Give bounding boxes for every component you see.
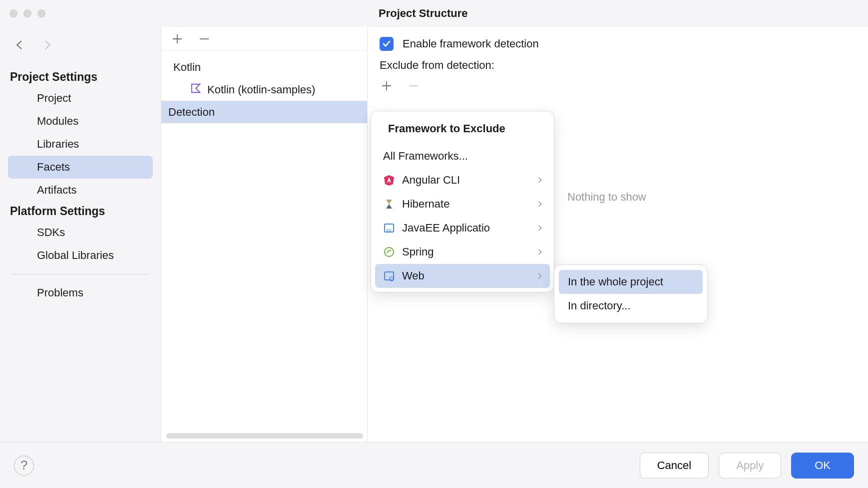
chevron-right-icon [537,174,543,187]
add-facet-button[interactable] [170,32,184,46]
chevron-right-icon [537,198,543,211]
framework-exclude-popup: Framework to Exclude All Frameworks... A… [371,111,554,292]
popup-item-label: All Frameworks... [383,150,468,163]
section-platform-settings: Platform Settings [8,202,153,221]
tree-node-label: Kotlin [173,61,201,74]
empty-placeholder: Nothing to show [567,191,646,204]
tree-node-label: Kotlin (kotlin-samples) [207,83,315,96]
sidebar: Project Settings Project Modules Librari… [0,27,161,442]
add-exclude-button[interactable] [380,79,394,93]
minimize-window-button[interactable] [23,9,31,17]
popup-item-label: Hibernate [402,198,449,211]
tree-toolbar [161,27,367,51]
popup-item-label: In directory... [568,299,631,312]
hibernate-icon [383,198,395,210]
nav-problems[interactable]: Problems [8,281,153,304]
popup-item-label: Web [402,269,425,282]
dialog-title: Project Structure [379,7,468,20]
facets-tree-panel: Kotlin Kotlin (kotlin-samples) Detection [161,27,368,442]
nav-back-icon[interactable] [14,39,26,53]
ok-button[interactable]: OK [791,453,854,479]
enable-detection-checkbox[interactable] [380,37,394,51]
javaee-icon: EE [383,222,395,234]
titlebar: Project Structure [0,0,868,27]
exclude-scope-popup: In the whole project In directory... [554,264,708,323]
scope-whole-project[interactable]: In the whole project [559,270,703,294]
remove-facet-button[interactable] [197,32,211,46]
window-controls [9,9,45,17]
exclude-javaee-application[interactable]: EE JavaEE Applicatio [375,216,550,240]
exclude-all-frameworks[interactable]: All Frameworks... [375,144,550,168]
svg-point-2 [385,247,394,256]
horizontal-scrollbar[interactable] [166,433,363,439]
scope-in-directory[interactable]: In directory... [559,294,703,318]
exclude-spring[interactable]: Spring [375,240,550,264]
apply-button[interactable]: Apply [719,453,781,479]
popup-item-label: Spring [402,245,434,258]
chevron-right-icon [537,222,543,235]
enable-detection-row: Enable framework detection [380,37,868,59]
popup-item-label: JavaEE Applicatio [402,222,490,235]
help-button[interactable]: ? [14,456,34,476]
exclude-web[interactable]: Web [375,264,550,288]
facets-tree: Kotlin Kotlin (kotlin-samples) Detection [161,51,367,123]
nav-facets[interactable]: Facets [8,156,153,179]
close-window-button[interactable] [9,9,17,17]
popup-title: Framework to Exclude [375,117,550,144]
nav-project[interactable]: Project [8,87,153,110]
nav-history [8,34,153,67]
svg-rect-3 [385,272,394,280]
zoom-window-button[interactable] [37,9,45,17]
tree-node-detection[interactable]: Detection [161,101,367,123]
tree-node-kotlin[interactable]: Kotlin [161,56,367,78]
nav-divider [12,274,149,274]
nav-global-libraries[interactable]: Global Libraries [8,244,153,267]
tree-node-kotlin-module[interactable]: Kotlin (kotlin-samples) [161,78,367,101]
exclude-toolbar [380,77,868,98]
chevron-right-icon [537,245,543,258]
popup-item-label: Angular CLI [402,174,460,187]
web-icon [383,270,395,282]
cancel-button[interactable]: Cancel [640,453,709,479]
remove-exclude-button[interactable] [407,79,421,93]
nav-forward-icon[interactable] [41,39,53,53]
exclude-label: Exclude from detection: [380,59,868,77]
nav-libraries[interactable]: Libraries [8,133,153,156]
nav-artifacts[interactable]: Artifacts [8,179,153,202]
nav-modules[interactable]: Modules [8,110,153,133]
exclude-hibernate[interactable]: Hibernate [375,192,550,216]
tree-node-label: Detection [168,106,215,119]
angular-icon [383,174,395,186]
spring-icon [383,246,395,258]
popup-item-label: In the whole project [568,275,663,288]
dialog-footer: ? Cancel Apply OK [0,442,868,488]
chevron-right-icon [537,269,543,282]
kotlin-icon [190,83,201,97]
enable-detection-label: Enable framework detection [403,37,539,50]
nav-sdks[interactable]: SDKs [8,221,153,244]
svg-text:EE: EE [387,228,392,233]
section-project-settings: Project Settings [8,67,153,87]
exclude-angular-cli[interactable]: Angular CLI [375,168,550,192]
